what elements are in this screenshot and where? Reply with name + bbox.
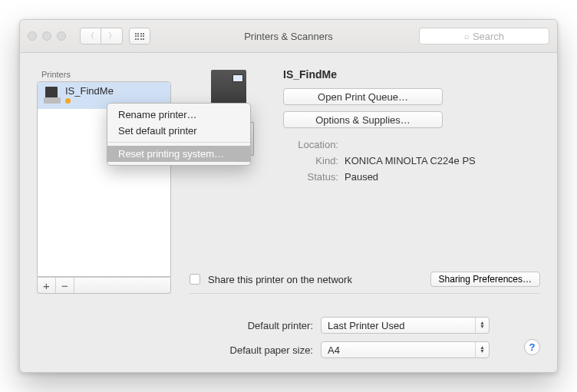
menu-rename-printer[interactable]: Rename printer… [107, 107, 250, 123]
share-printer-label: Share this printer on the network [208, 274, 352, 285]
status-dot-icon [65, 98, 71, 104]
sharing-preferences-button[interactable]: Sharing Preferences… [430, 272, 540, 287]
menu-set-default-printer[interactable]: Set default printer [107, 123, 250, 139]
chevron-up-down-icon: ▲▼ [475, 318, 489, 333]
forward-button[interactable]: 〉 [101, 28, 123, 44]
minimize-icon[interactable] [42, 31, 51, 41]
defaults-section: Default printer: Last Printer Used ▲▼ De… [37, 317, 540, 358]
status-value: Paused [345, 171, 378, 183]
back-button[interactable]: 〈 [80, 28, 101, 44]
printer-item-name: IS_FindMe [65, 86, 114, 97]
zoom-icon[interactable] [57, 31, 66, 41]
default-printer-popup[interactable]: Last Printer Used ▲▼ [321, 317, 490, 334]
menu-separator [107, 142, 250, 143]
grid-icon [135, 33, 145, 40]
default-printer-value: Last Printer Used [328, 320, 404, 331]
preferences-window: 〈 〉 Printers & Scanners ⌕ Search Printer… [19, 19, 558, 373]
content-area: Printers IS_FindMe + − [20, 53, 557, 372]
printer-icon [44, 87, 61, 105]
paper-size-label: Default paper size: [37, 344, 313, 356]
location-label: Location: [283, 139, 338, 150]
titlebar: 〈 〉 Printers & Scanners ⌕ Search [20, 20, 557, 53]
search-input[interactable]: ⌕ Search [419, 28, 549, 44]
remove-printer-button[interactable]: − [56, 278, 74, 293]
traffic-lights [28, 31, 66, 41]
status-label: Status: [283, 171, 338, 183]
divider [190, 293, 540, 294]
open-print-queue-button[interactable]: Open Print Queue… [283, 88, 443, 105]
default-printer-label: Default printer: [37, 320, 313, 331]
chevron-up-down-icon: ▲▼ [475, 342, 489, 357]
close-icon[interactable] [28, 31, 37, 41]
nav-buttons: 〈 〉 [80, 28, 123, 44]
printer-context-menu: Rename printer… Set default printer Rese… [107, 103, 251, 166]
search-icon: ⌕ [464, 31, 470, 41]
paper-size-value: A4 [328, 344, 340, 356]
paper-size-popup[interactable]: A4 ▲▼ [321, 341, 490, 358]
help-button[interactable]: ? [524, 339, 540, 355]
add-remove-bar: + − [37, 277, 171, 294]
add-printer-button[interactable]: + [38, 278, 56, 293]
printer-name: IS_FindMe [283, 68, 540, 81]
kind-label: Kind: [283, 155, 338, 166]
kind-value: KONICA MINOLTA C224e PS [345, 155, 476, 166]
menu-reset-printing-system[interactable]: Reset printing system… [107, 146, 250, 162]
search-placeholder: Search [473, 31, 504, 42]
show-all-button[interactable] [129, 28, 150, 44]
share-printer-checkbox[interactable] [190, 274, 200, 285]
sidebar-header: Printers [37, 68, 171, 81]
options-supplies-button[interactable]: Options & Supplies… [283, 111, 443, 128]
